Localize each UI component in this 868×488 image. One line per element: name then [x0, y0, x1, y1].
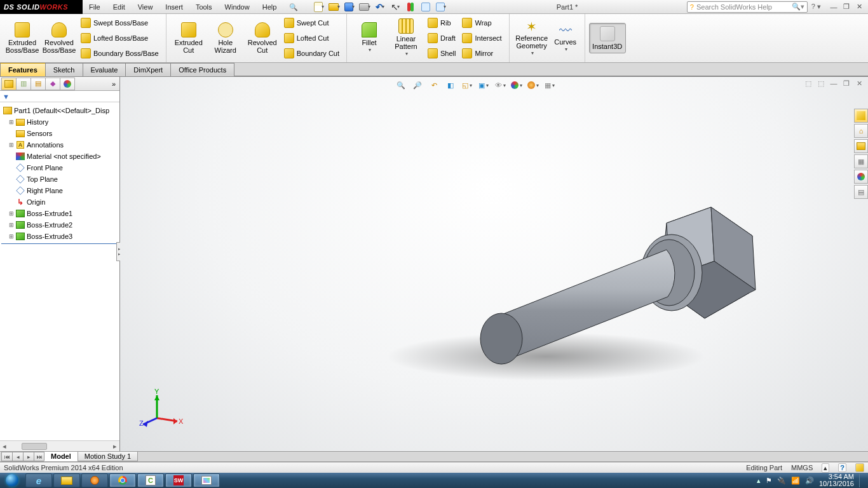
vp-minimize-button[interactable]: —: [829, 79, 839, 88]
qat-open-button[interactable]: ▾: [328, 1, 341, 13]
instant3d-button[interactable]: Instant3D: [589, 23, 626, 53]
tree-top-plane[interactable]: Top Plane: [1, 173, 119, 185]
tree-history[interactable]: ⊞History: [1, 116, 119, 128]
swept-cut-button[interactable]: Swept Cut: [281, 16, 342, 30]
hud-section-view-button[interactable]: ◧: [444, 79, 458, 92]
panel-hscrollbar[interactable]: ◂ ▸: [0, 440, 119, 451]
menu-edit[interactable]: Edit: [107, 0, 132, 14]
qat-options-button[interactable]: [419, 1, 432, 13]
tray-volume-icon[interactable]: 🔊: [805, 477, 814, 485]
menu-tools[interactable]: Tools: [189, 0, 219, 14]
tab-sketch[interactable]: Sketch: [45, 63, 83, 76]
tray-network-icon[interactable]: 📶: [791, 477, 800, 485]
tree-origin[interactable]: ↳Origin: [1, 196, 119, 208]
fm-tab-configmanager[interactable]: ▤: [31, 78, 46, 90]
tree-boss-extrude3[interactable]: ⊞Boss-Extrude3: [1, 231, 119, 242]
swept-boss-button[interactable]: Swept Boss/Base: [78, 16, 162, 30]
vp-prev-button[interactable]: ⬚: [803, 79, 813, 88]
expand-icon[interactable]: ⊞: [8, 119, 15, 125]
vp-restore-button[interactable]: ❐: [841, 79, 851, 88]
hud-view-orientation-button[interactable]: ◱▾: [460, 79, 474, 92]
lofted-boss-button[interactable]: Lofted Boss/Base: [78, 31, 162, 45]
window-close-button[interactable]: ✕: [854, 3, 864, 11]
taskbar-solidworks-button[interactable]: SW: [165, 473, 192, 487]
qat-select-button[interactable]: ↖▾: [389, 1, 402, 13]
taskpane-design-library-tab[interactable]: ⌂: [854, 124, 868, 138]
rib-button[interactable]: Rib: [424, 16, 459, 30]
boundary-cut-button[interactable]: Boundary Cut: [281, 46, 342, 60]
scroll-right-icon[interactable]: ▸: [111, 442, 119, 451]
window-restore-button[interactable]: ❐: [841, 3, 851, 11]
hud-apply-scene-button[interactable]: ▾: [526, 79, 540, 92]
tree-boss-extrude1[interactable]: ⊞Boss-Extrude1: [1, 208, 119, 219]
expand-icon[interactable]: ⊞: [8, 233, 15, 240]
revolved-cut-button[interactable]: Revolved Cut: [244, 19, 281, 57]
btab-motion-study[interactable]: Motion Study 1: [78, 451, 138, 461]
status-units[interactable]: MMGS: [791, 464, 813, 471]
status-macro-icon[interactable]: [855, 463, 864, 472]
btab-model[interactable]: Model: [44, 451, 78, 461]
expand-icon[interactable]: ⊞: [8, 222, 15, 228]
start-button[interactable]: [0, 473, 24, 488]
btab-next-button[interactable]: ▸: [23, 452, 34, 461]
draft-button[interactable]: Draft: [424, 31, 459, 45]
titlebar-help[interactable]: ? ▾: [811, 3, 821, 11]
taskpane-custom-props-tab[interactable]: ▤: [854, 185, 868, 199]
taskpane-file-explorer-tab[interactable]: [854, 139, 868, 153]
mirror-button[interactable]: Mirror: [459, 46, 505, 60]
tree-material[interactable]: Material <not specified>: [1, 151, 119, 162]
taskbar-ie-button[interactable]: e: [25, 473, 52, 487]
tray-show-hidden-icon[interactable]: ▴: [757, 477, 761, 485]
btab-first-button[interactable]: ⏮: [1, 452, 13, 461]
intersect-button[interactable]: Intersect: [459, 31, 505, 45]
tab-evaluate[interactable]: Evaluate: [83, 63, 126, 76]
qat-settings-button[interactable]: ▾: [435, 1, 447, 13]
hud-edit-appearance-button[interactable]: ▾: [510, 79, 524, 92]
wrap-button[interactable]: Wrap: [459, 16, 505, 30]
feature-filter-bar[interactable]: ▼: [0, 91, 119, 102]
hud-zoom-area-button[interactable]: 🔎: [410, 79, 424, 92]
vp-close-button[interactable]: ✕: [854, 79, 864, 88]
qat-new-button[interactable]: ▾: [313, 1, 325, 13]
scroll-thumb[interactable]: [22, 443, 47, 450]
menu-insert[interactable]: Insert: [159, 0, 189, 14]
tray-power-icon[interactable]: 🔌: [777, 477, 786, 485]
revolved-boss-button[interactable]: Revolved Boss/Base: [41, 19, 78, 57]
status-help-icon[interactable]: ?: [838, 463, 846, 472]
tree-right-plane[interactable]: Right Plane: [1, 185, 119, 196]
tab-dimxpert[interactable]: DimXpert: [125, 63, 171, 76]
expand-icon[interactable]: ⊞: [8, 210, 15, 217]
tray-clock[interactable]: 3:54 AM 10/13/2016: [819, 473, 854, 487]
extruded-boss-button[interactable]: Extruded Boss/Base: [4, 19, 41, 57]
fm-tab-propertymanager[interactable]: ▥: [16, 78, 31, 90]
fm-tab-featuretree[interactable]: [1, 78, 17, 90]
qat-save-button[interactable]: ▾: [343, 1, 356, 13]
vp-next-button[interactable]: ⬚: [816, 79, 826, 88]
shell-button[interactable]: Shell: [424, 46, 459, 60]
status-customize-icon[interactable]: ▴: [822, 463, 829, 473]
fm-tab-dimxpertmanager[interactable]: ◆: [45, 78, 60, 90]
help-search-input[interactable]: ? Search SolidWorks Help 🔍▾: [687, 1, 808, 13]
qat-undo-button[interactable]: ↶▾: [374, 1, 386, 13]
extruded-cut-button[interactable]: Extruded Cut: [170, 19, 207, 57]
tree-sensors[interactable]: Sensors: [1, 128, 119, 139]
taskpane-appearances-tab[interactable]: [854, 170, 868, 184]
qat-print-button[interactable]: ▾: [358, 1, 371, 13]
tree-annotations[interactable]: ⊞AAnnotations: [1, 139, 119, 151]
tray-flag-icon[interactable]: ⚑: [766, 477, 772, 485]
taskpane-resources-tab[interactable]: [854, 109, 868, 123]
tree-front-plane[interactable]: Front Plane: [1, 162, 119, 173]
menu-file[interactable]: File: [83, 0, 107, 14]
taskpane-view-palette-tab[interactable]: ▦: [854, 154, 868, 168]
tab-features[interactable]: Features: [0, 63, 46, 76]
tree-boss-extrude2[interactable]: ⊞Boss-Extrude2: [1, 219, 119, 231]
expand-icon[interactable]: ⊞: [8, 142, 15, 148]
tab-office-products[interactable]: Office Products: [170, 63, 234, 76]
taskbar-paint-button[interactable]: [193, 473, 220, 487]
qat-rebuild-button[interactable]: [404, 1, 417, 13]
menu-search-icon[interactable]: 🔍: [283, 0, 304, 14]
taskbar-camtasia-button[interactable]: C: [137, 473, 164, 487]
window-minimize-button[interactable]: —: [829, 3, 839, 11]
graphics-viewport[interactable]: ⬚ ⬚ — ❐ ✕: [120, 77, 868, 451]
boundary-boss-button[interactable]: Boundary Boss/Base: [78, 46, 162, 60]
